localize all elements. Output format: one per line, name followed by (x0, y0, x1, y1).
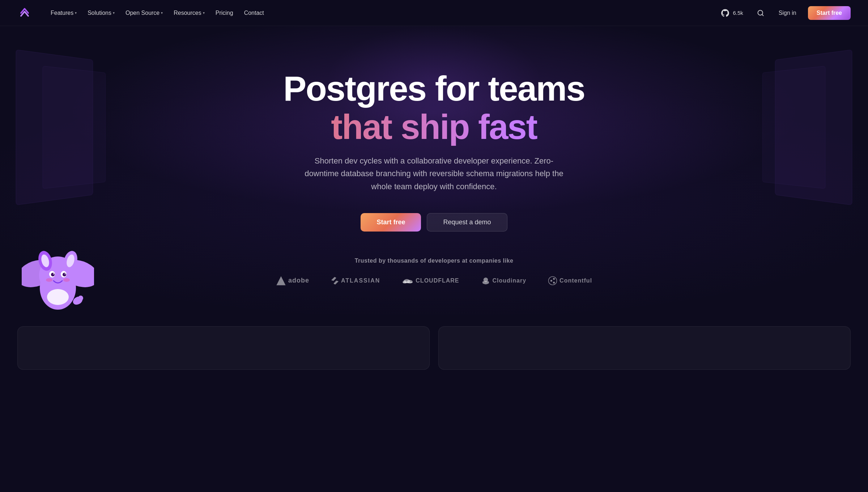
svg-point-20 (53, 273, 54, 274)
cloudflare-logo: CLOUDFLARE (402, 277, 459, 285)
svg-point-21 (65, 273, 66, 274)
svg-rect-6 (403, 282, 413, 283)
nav-left: Features ▾ Solutions ▾ Open Source ▾ Res… (17, 6, 268, 20)
cloudinary-logo: Cloudinary (481, 276, 527, 285)
svg-point-18 (51, 273, 55, 276)
nav-contact[interactable]: Contact (240, 7, 268, 19)
svg-point-30 (78, 296, 83, 301)
adobe-logo: adobe (276, 276, 309, 286)
mascot (22, 241, 94, 315)
svg-line-1 (762, 14, 763, 16)
sign-in-button[interactable]: Sign in (774, 7, 801, 19)
svg-point-10 (553, 278, 555, 280)
contentful-logo: Contentful (548, 276, 592, 285)
bottom-card-left (17, 326, 430, 370)
logo[interactable] (17, 6, 32, 20)
start-free-hero-button[interactable]: Start free (361, 213, 421, 232)
hero-subtitle: Shorten dev cycles with a collaborative … (300, 154, 568, 193)
chevron-down-icon: ▾ (161, 11, 163, 15)
hero-title: Postgres for teams that ship fast (17, 69, 851, 146)
svg-point-8 (549, 276, 557, 285)
bottom-cards (0, 315, 868, 370)
hero-content: Postgres for teams that ship fast Shorte… (17, 69, 851, 286)
trusted-heading: Trusted by thousands of developers at co… (17, 258, 851, 264)
nav-open-source[interactable]: Open Source ▾ (121, 7, 167, 19)
nav-solutions[interactable]: Solutions ▾ (83, 7, 119, 19)
trusted-section: Trusted by thousands of developers at co… (17, 258, 851, 286)
search-button[interactable] (754, 7, 767, 20)
start-free-nav-button[interactable]: Start free (808, 6, 851, 20)
hero-cta: Start free Request a demo (17, 213, 851, 232)
nav-features[interactable]: Features ▾ (46, 7, 81, 19)
svg-point-19 (63, 273, 66, 276)
atlassian-logo: ATLASSIAN (331, 277, 380, 285)
svg-point-9 (550, 280, 552, 281)
company-logos: adobe ATLASSIAN (17, 276, 851, 286)
nav-right: 6.5k Sign in Start free (717, 6, 851, 20)
github-stars: 6.5k (733, 10, 743, 16)
svg-point-22 (46, 278, 52, 282)
github-link[interactable]: 6.5k (717, 6, 746, 20)
nav-pricing[interactable]: Pricing (211, 7, 238, 19)
chevron-down-icon: ▾ (113, 11, 115, 15)
request-demo-button[interactable]: Request a demo (427, 213, 507, 232)
bottom-card-right (438, 326, 851, 370)
chevron-down-icon: ▾ (75, 11, 77, 15)
svg-point-5 (403, 280, 407, 283)
svg-point-23 (63, 278, 70, 282)
hero-section: Postgres for teams that ship fast Shorte… (0, 26, 868, 315)
nav-resources[interactable]: Resources ▾ (169, 7, 209, 19)
svg-point-28 (47, 289, 69, 305)
svg-marker-2 (276, 276, 285, 285)
svg-point-11 (553, 281, 555, 283)
navigation: Features ▾ Solutions ▾ Open Source ▾ Res… (0, 0, 868, 26)
nav-links: Features ▾ Solutions ▾ Open Source ▾ Res… (46, 7, 268, 19)
chevron-down-icon: ▾ (203, 11, 205, 15)
